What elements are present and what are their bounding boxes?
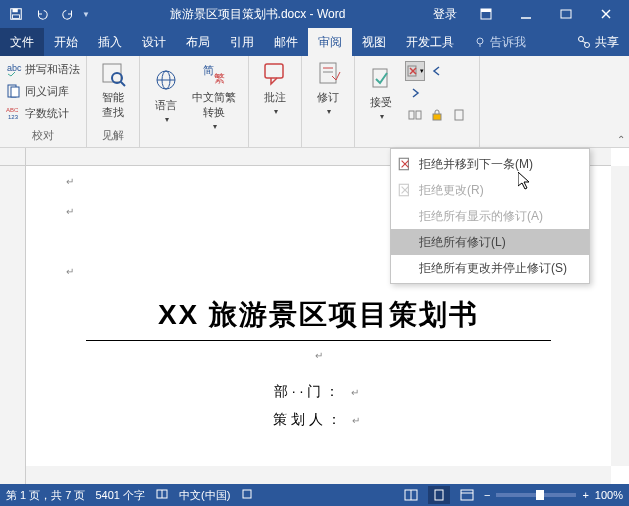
prev-icon [430, 64, 444, 78]
read-icon [404, 489, 418, 501]
tab-design[interactable]: 设计 [132, 28, 176, 56]
redo-button[interactable] [56, 2, 80, 26]
reject-move-next-item[interactable]: 拒绝并移到下一条(M) [391, 151, 589, 177]
ribbon-group-language: 语言 ▾ 简繁 中文简繁 转换 ▾ [140, 56, 249, 147]
reject-stop-item[interactable]: 拒绝所有更改并停止修订(S) [391, 255, 589, 281]
para-mark: ↵ [66, 206, 74, 217]
svg-text:123: 123 [8, 114, 19, 120]
ink-icon [452, 108, 466, 122]
svg-text:简: 简 [203, 64, 214, 76]
maximize-button[interactable] [547, 0, 585, 28]
reject-dropdown-menu: 拒绝并移到下一条(M) 拒绝更改(R) 拒绝所有显示的修订(A) 拒绝所有修订(… [390, 148, 590, 284]
next-change-button[interactable] [405, 83, 425, 103]
accept-button[interactable]: 接受 ▾ [361, 58, 401, 128]
book-icon [155, 487, 169, 501]
reject-icon [397, 156, 413, 172]
language-icon [152, 68, 180, 96]
login-button[interactable]: 登录 [425, 6, 465, 23]
read-mode-button[interactable] [400, 486, 422, 504]
tab-home[interactable]: 开始 [44, 28, 88, 56]
para-mark: ↵ [351, 387, 363, 398]
tab-insert[interactable]: 插入 [88, 28, 132, 56]
web-layout-button[interactable] [456, 486, 478, 504]
print-layout-icon [432, 489, 446, 501]
svg-rect-4 [481, 9, 491, 12]
minimize-button[interactable] [507, 0, 545, 28]
qat-dropdown-icon[interactable]: ▼ [82, 10, 90, 19]
svg-rect-50 [461, 490, 473, 500]
svg-rect-26 [265, 64, 283, 78]
ribbon-group-insights: 智能 查找 见解 [87, 56, 140, 147]
reject-icon [406, 64, 420, 78]
thesaurus-button[interactable]: 同义词库 [6, 80, 80, 102]
tab-references[interactable]: 引用 [220, 28, 264, 56]
comments-button[interactable]: 批注 ▾ [255, 58, 295, 118]
comment-icon [261, 60, 289, 88]
previous-change-button[interactable] [427, 61, 447, 81]
zoom-slider[interactable] [496, 493, 576, 497]
ruler-corner [0, 148, 26, 166]
tab-file[interactable]: 文件 [0, 28, 44, 56]
chevron-down-icon: ▾ [213, 122, 217, 131]
horizontal-scrollbar[interactable] [26, 466, 611, 484]
ribbon-group-tracking: 修订 ▾ [302, 56, 355, 147]
vertical-scrollbar[interactable] [611, 166, 629, 466]
share-button[interactable]: 共享 [567, 34, 629, 51]
compare-button[interactable] [405, 105, 425, 125]
compare-icon [408, 108, 422, 122]
svg-rect-1 [13, 9, 18, 13]
page-indicator[interactable]: 第 1 页，共 7 页 [6, 488, 85, 503]
menubar: 文件 开始 插入 设计 布局 引用 邮件 审阅 视图 开发工具 告诉我 共享 [0, 28, 629, 56]
svg-point-9 [477, 38, 483, 44]
ribbon-display-button[interactable] [467, 0, 505, 28]
undo-button[interactable] [30, 2, 54, 26]
tab-view[interactable]: 视图 [352, 28, 396, 56]
tellme-search[interactable]: 告诉我 [464, 34, 536, 51]
translate-button[interactable]: 简繁 中文简繁 转换 ▾ [186, 58, 242, 133]
lock-icon [430, 108, 444, 122]
collapse-ribbon-button[interactable]: ⌃ [617, 134, 625, 145]
macro-indicator[interactable] [240, 487, 254, 503]
tracking-button[interactable]: 修订 ▾ [308, 58, 348, 118]
save-button[interactable] [4, 2, 28, 26]
protect-button[interactable] [427, 105, 447, 125]
reject-all-item[interactable]: 拒绝所有修订(L) [391, 229, 589, 255]
svg-rect-27 [320, 63, 336, 83]
thesaurus-icon [6, 83, 22, 99]
svg-rect-38 [399, 158, 408, 169]
spellcheck-indicator[interactable] [155, 487, 169, 503]
smartlookup-button[interactable]: 智能 查找 [93, 58, 133, 122]
zoom-in-button[interactable]: + [582, 489, 588, 501]
tracking-icon [314, 60, 342, 88]
tab-review[interactable]: 审阅 [308, 28, 352, 56]
vertical-ruler[interactable] [0, 166, 26, 484]
close-button[interactable] [587, 0, 625, 28]
svg-rect-2 [13, 15, 20, 19]
language-button[interactable]: 语言 ▾ [146, 58, 186, 133]
spelling-button[interactable]: abc 拼写和语法 [6, 58, 80, 80]
reject-button[interactable]: ▾ [405, 61, 425, 81]
tab-layout[interactable]: 布局 [176, 28, 220, 56]
wordcount-icon: ABC123 [6, 105, 22, 121]
wordcount-button[interactable]: ABC123 字数统计 [6, 102, 80, 124]
zoom-out-button[interactable]: − [484, 489, 490, 501]
language-indicator[interactable]: 中文(中国) [179, 488, 230, 503]
reject-icon [397, 182, 413, 198]
translate-icon: 简繁 [200, 60, 228, 88]
zoom-level[interactable]: 100% [595, 489, 623, 501]
chevron-down-icon: ▾ [274, 107, 278, 116]
ink-button[interactable] [449, 105, 469, 125]
title-underline [86, 340, 551, 341]
svg-rect-37 [455, 110, 463, 120]
svg-rect-6 [561, 10, 571, 18]
tab-developer[interactable]: 开发工具 [396, 28, 464, 56]
chevron-down-icon: ▾ [165, 115, 169, 124]
svg-text:ABC: ABC [6, 107, 19, 113]
dept-label: 部··门： [274, 383, 344, 399]
tab-mailings[interactable]: 邮件 [264, 28, 308, 56]
chevron-down-icon: ▾ [420, 67, 424, 75]
wordcount-indicator[interactable]: 5401 个字 [95, 488, 145, 503]
print-layout-button[interactable] [428, 486, 450, 504]
chevron-down-icon: ▾ [327, 107, 331, 116]
svg-text:繁: 繁 [214, 72, 225, 84]
